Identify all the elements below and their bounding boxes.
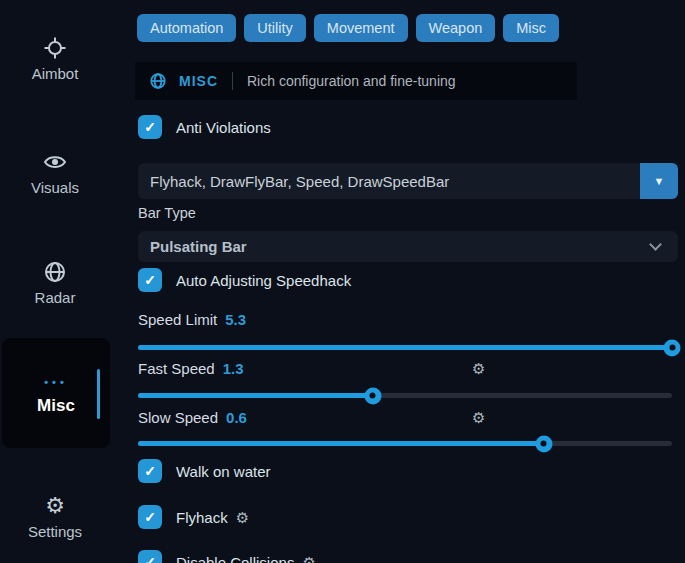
active-indicator-bar [97,369,100,419]
speed-limit-label-row: Speed Limit5.3 [138,311,246,331]
gear-icon[interactable] [472,361,485,376]
anti-violations-checkbox[interactable] [138,115,162,139]
sidebar: Aimbot Visuals Radar Misc Settings [0,0,130,563]
slow-speed-value: 0.6 [226,409,247,426]
walk-on-water-checkbox[interactable] [138,459,162,483]
auto-adjusting-checkbox[interactable] [138,268,162,292]
gear-icon [0,494,110,520]
main-panel: Automation Utility Movement Weapon Misc … [130,0,685,563]
slow-speed-slider-handle[interactable] [535,435,552,452]
gear-icon[interactable] [236,510,249,525]
speed-limit-label: Speed Limit [138,311,217,328]
bar-type-value: Pulsating Bar [138,238,651,255]
sidebar-item-settings[interactable]: Settings [0,494,110,540]
tab-utility[interactable]: Utility [244,14,305,42]
feature-multiselect[interactable]: Flyhack, DrawFlyBar, Speed, DrawSpeedBar [138,163,678,199]
speed-limit-slider[interactable] [138,345,672,350]
anti-violations-label: Anti Violations [176,119,271,136]
dropdown-arrow-button[interactable] [640,163,678,199]
disable-collisions-checkbox[interactable] [138,550,162,563]
sidebar-label: Aimbot [0,65,110,82]
section-subtitle: Rich configuration and fine-tuning [247,73,456,89]
fast-speed-slider[interactable] [138,393,672,398]
tab-automation[interactable]: Automation [137,14,236,42]
slow-speed-label: Slow Speed [138,409,218,426]
fast-speed-label: Fast Speed [138,360,215,377]
ellipsis-icon [2,376,110,388]
bar-type-select[interactable]: Pulsating Bar [138,231,678,262]
sidebar-item-radar[interactable]: Radar [0,260,110,306]
gear-icon[interactable] [472,410,485,425]
sidebar-item-misc-selected[interactable]: Misc [2,338,110,448]
disable-collisions-label: Disable Collisions [176,554,294,563]
slider-fill [138,393,373,398]
sidebar-label: Settings [0,523,110,540]
crosshair-icon [0,36,110,62]
slow-speed-slider[interactable] [138,441,672,446]
sidebar-item-visuals[interactable]: Visuals [0,150,110,196]
flyhack-row: Flyhack [138,504,249,530]
sidebar-label: Radar [0,289,110,306]
sidebar-label: Misc [2,396,110,416]
slider-fill [138,345,672,350]
gear-icon[interactable] [302,555,315,563]
header-divider [232,72,233,90]
sidebar-item-aimbot[interactable]: Aimbot [0,36,110,82]
flyhack-checkbox[interactable] [138,505,162,529]
globe-icon [0,260,110,286]
flyhack-label: Flyhack [176,509,228,526]
globe-icon [149,72,167,90]
section-title: MISC [179,73,218,89]
speed-limit-value: 5.3 [225,311,246,328]
fast-speed-label-row: Fast Speed1.3 [138,360,244,380]
auto-adjusting-label: Auto Adjusting Speedhack [176,272,351,289]
chevron-down-icon [649,238,662,251]
bar-type-label: Bar Type [138,205,196,221]
section-header: MISC Rich configuration and fine-tuning [135,62,577,100]
fast-speed-value: 1.3 [223,360,244,377]
tab-movement[interactable]: Movement [314,14,408,42]
eye-icon [0,150,110,176]
feature-multiselect-value: Flyhack, DrawFlyBar, Speed, DrawSpeedBar [138,173,640,190]
slider-fill [138,441,544,446]
disable-collisions-row: Disable Collisions [138,549,316,563]
tab-weapon[interactable]: Weapon [416,14,496,42]
walk-on-water-label: Walk on water [176,463,270,480]
speed-limit-slider-handle[interactable] [664,339,681,356]
category-tabs: Automation Utility Movement Weapon Misc [137,14,559,42]
auto-adjusting-row: Auto Adjusting Speedhack [138,267,351,293]
slow-speed-label-row: Slow Speed0.6 [138,409,247,429]
tab-misc[interactable]: Misc [503,14,559,42]
anti-violations-row: Anti Violations [138,114,271,140]
fast-speed-slider-handle[interactable] [364,387,381,404]
sidebar-label: Visuals [0,179,110,196]
walk-on-water-row: Walk on water [138,458,270,484]
